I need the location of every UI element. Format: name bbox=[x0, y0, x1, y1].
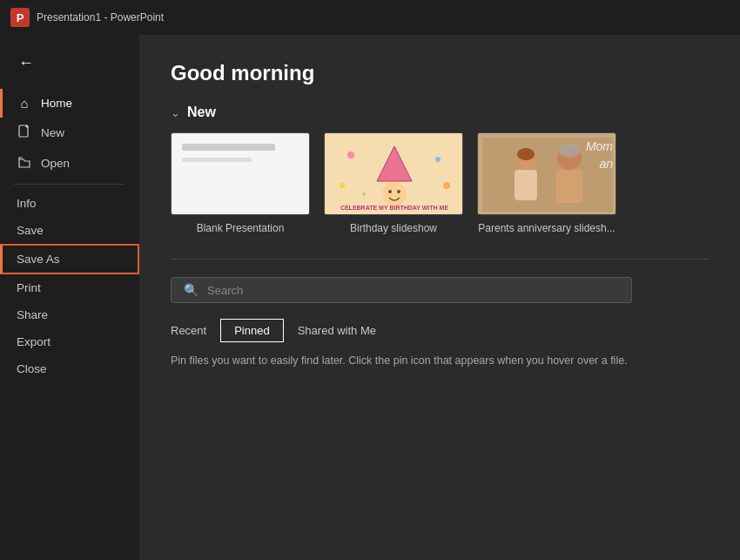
pin-message: Pin files you want to easily find later.… bbox=[171, 354, 632, 367]
template-card-anniversary[interactable]: Mom an Parents anniversary slidesh... bbox=[477, 132, 616, 234]
svg-point-12 bbox=[382, 182, 407, 206]
svg-text:an: an bbox=[599, 157, 613, 171]
search-input[interactable] bbox=[207, 284, 619, 297]
sidebar-item-print[interactable]: Print bbox=[0, 274, 139, 301]
tab-shared[interactable]: Shared with Me bbox=[284, 319, 390, 342]
svg-point-9 bbox=[340, 183, 345, 188]
home-icon: ⌂ bbox=[17, 96, 32, 111]
back-button[interactable]: ← bbox=[10, 47, 42, 78]
svg-point-20 bbox=[517, 148, 535, 160]
greeting-text: Good morning bbox=[171, 61, 709, 85]
sidebar-divider bbox=[14, 184, 125, 185]
sidebar-item-home[interactable]: ⌂ Home bbox=[0, 89, 139, 118]
svg-point-7 bbox=[347, 152, 354, 159]
new-section-title: New bbox=[187, 105, 216, 120]
svg-point-8 bbox=[435, 157, 441, 162]
svg-point-10 bbox=[443, 182, 450, 189]
sidebar-item-export-label: Export bbox=[17, 335, 50, 348]
sidebar-item-save-as-label: Save As bbox=[17, 253, 60, 266]
svg-text:Mom: Mom bbox=[586, 139, 613, 153]
templates-row: Blank Presentation bbox=[171, 132, 709, 234]
svg-text:CELEBRATE MY BIRTHDAY WITH ME: CELEBRATE MY BIRTHDAY WITH ME bbox=[340, 205, 449, 211]
sidebar-item-share-label: Share bbox=[17, 308, 48, 321]
sidebar-item-share[interactable]: Share bbox=[0, 301, 139, 328]
sidebar-item-export[interactable]: Export bbox=[0, 328, 139, 355]
app-logo: P bbox=[10, 8, 30, 27]
title-bar-text: Presentation1 - PowerPoint bbox=[37, 11, 164, 24]
sidebar-item-open[interactable]: Open bbox=[0, 148, 139, 179]
template-card-birthday[interactable]: CELEBRATE MY BIRTHDAY WITH ME Birthday s… bbox=[324, 132, 463, 234]
sidebar-item-save[interactable]: Save bbox=[0, 217, 139, 244]
sidebar: ← ⌂ Home New bbox=[0, 35, 139, 560]
sidebar-item-open-label: Open bbox=[41, 157, 70, 170]
svg-rect-19 bbox=[515, 170, 537, 200]
template-label-birthday: Birthday slideshow bbox=[350, 222, 437, 234]
sidebar-item-save-as[interactable]: Save As bbox=[0, 244, 139, 274]
template-thumb-birthday: CELEBRATE MY BIRTHDAY WITH ME bbox=[324, 132, 463, 215]
sidebar-item-info[interactable]: Info bbox=[0, 190, 139, 217]
svg-rect-22 bbox=[556, 170, 582, 203]
section-divider bbox=[171, 259, 709, 260]
template-label-blank: Blank Presentation bbox=[197, 222, 285, 234]
sidebar-item-save-label: Save bbox=[17, 224, 44, 237]
tab-recent[interactable]: Recent bbox=[171, 319, 220, 342]
sidebar-item-print-label: Print bbox=[17, 281, 41, 294]
search-bar: 🔍 bbox=[171, 277, 632, 303]
sidebar-item-home-label: Home bbox=[41, 97, 72, 110]
content-area: Good morning ⌄ New Blank Presentation bbox=[139, 35, 740, 560]
new-section-header: ⌄ New bbox=[171, 105, 709, 120]
template-card-blank[interactable]: Blank Presentation bbox=[171, 132, 310, 234]
svg-point-23 bbox=[559, 144, 580, 158]
open-icon bbox=[17, 155, 32, 172]
svg-point-13 bbox=[388, 190, 392, 193]
tabs-row: Recent Pinned Shared with Me bbox=[171, 319, 709, 342]
tab-pinned[interactable]: Pinned bbox=[220, 319, 283, 342]
new-icon bbox=[17, 125, 32, 141]
svg-point-14 bbox=[397, 190, 400, 193]
template-thumb-blank bbox=[171, 132, 310, 215]
search-icon: 🔍 bbox=[184, 283, 198, 297]
sidebar-item-close-label: Close bbox=[17, 362, 47, 375]
new-section-chevron[interactable]: ⌄ bbox=[171, 106, 180, 119]
template-thumb-anniversary: Mom an bbox=[477, 132, 616, 215]
sidebar-item-new[interactable]: New bbox=[0, 118, 139, 148]
sidebar-item-new-label: New bbox=[41, 126, 64, 139]
template-label-anniversary: Parents anniversary slidesh... bbox=[478, 222, 615, 234]
svg-point-11 bbox=[362, 192, 366, 196]
title-bar: P Presentation1 - PowerPoint bbox=[0, 0, 740, 35]
main-layout: ← ⌂ Home New bbox=[0, 35, 740, 560]
sidebar-item-info-label: Info bbox=[17, 197, 37, 210]
sidebar-item-close[interactable]: Close bbox=[0, 355, 139, 382]
